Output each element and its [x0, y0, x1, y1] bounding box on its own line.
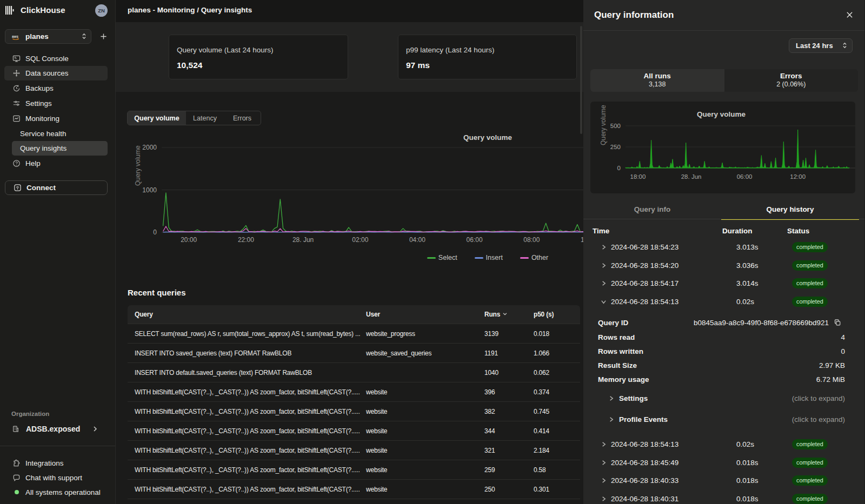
sidebar-item-system-status[interactable]: All systems operational: [0, 485, 115, 500]
tab-query-info[interactable]: Query info: [583, 203, 721, 219]
query-id-value: b0845aa9-a8c9-49f0-8f68-e678669bd921: [694, 319, 829, 327]
segment-errors[interactable]: Errors 2 (0.06%): [724, 69, 859, 92]
sidebar-item-settings[interactable]: Settings: [0, 96, 115, 111]
row-expand-chevron-icon[interactable]: [601, 299, 611, 305]
recent-query-row[interactable]: SELECT sum(read_rows) AS r, sum(total_ro…: [128, 324, 580, 344]
expanded-run-detail: Query ID b0845aa9-a8c9-49f0-8f68-e678669…: [583, 311, 864, 428]
cell-p50: 0.58: [534, 466, 580, 474]
add-service-button[interactable]: [100, 33, 107, 40]
history-row[interactable]: 2024-06-28 18:45:49 0.018s completed: [583, 454, 864, 472]
cell-time: 2024-06-28 18:54:13: [611, 440, 736, 448]
service-selector[interactable]: aws planes: [5, 29, 91, 44]
cell-runs: 344: [484, 427, 534, 435]
recent-query-row[interactable]: WITH bitShiftLeft(CAST(?..), _CAST(?..))…: [128, 402, 580, 421]
detail-expandable-row[interactable]: Profile Events (click to expand): [583, 411, 864, 428]
sidebar-item-help[interactable]: Help: [0, 156, 115, 171]
tab-query-volume[interactable]: Query volume: [128, 111, 186, 125]
close-icon[interactable]: [846, 11, 853, 18]
segment-all-runs[interactable]: All runs 3,138: [590, 69, 724, 92]
sidebar-item-service-health[interactable]: Service health: [0, 126, 115, 141]
tab-errors[interactable]: Errors: [224, 111, 261, 125]
recent-query-row[interactable]: INSERT INTO saved_queries (text) FORMAT …: [128, 344, 580, 363]
sidebar-item-label: Monitoring: [25, 115, 59, 123]
svg-text:04:00: 04:00: [409, 236, 425, 244]
time-range-select[interactable]: Last 24 hrs: [789, 38, 853, 53]
connect-label: Connect: [26, 184, 56, 192]
history-row[interactable]: 2024-06-28 18:54:20 3.036s completed: [583, 257, 864, 275]
recent-query-row[interactable]: WITH bitShiftLeft(CAST(?..), _CAST(?..))…: [128, 421, 580, 441]
cell-runs: 321: [484, 447, 534, 454]
row-expand-chevron-icon[interactable]: [601, 496, 611, 502]
main-scrollbar-thumb[interactable]: [580, 26, 582, 134]
history-row[interactable]: 2024-06-28 18:40:33 0.018s completed: [583, 472, 864, 490]
sidebar-item-label: Backups: [25, 84, 54, 92]
row-expand-chevron-icon[interactable]: [601, 478, 611, 483]
copy-icon[interactable]: [834, 319, 841, 326]
detail-expandable-row[interactable]: Settings (click to expand): [583, 389, 864, 407]
sidebar-item-data-sources[interactable]: Data sources: [4, 66, 108, 80]
recent-query-row[interactable]: WITH bitShiftLeft(CAST(?..), _CAST(?..))…: [128, 460, 580, 480]
cell-p50: 0.018: [534, 330, 580, 338]
organization-item[interactable]: ADSB.exposed: [0, 421, 115, 436]
stat-value: 10,524: [177, 61, 348, 70]
svg-text:28. Jun: 28. Jun: [681, 173, 702, 180]
svg-text:2000: 2000: [142, 144, 157, 151]
status-badge: completed: [792, 458, 828, 468]
column-header-runs[interactable]: Runs: [484, 311, 534, 318]
sidebar-item-sql-console[interactable]: SQL Console: [0, 51, 115, 66]
svg-text:28. Jun: 28. Jun: [292, 236, 314, 244]
column-header-user[interactable]: User: [366, 311, 484, 318]
status-badge: completed: [792, 439, 828, 449]
legend-item-insert[interactable]: Insert: [475, 254, 503, 261]
recent-query-row[interactable]: WITH bitShiftLeft(CAST(?..), _CAST(?..))…: [128, 480, 580, 499]
cell-p50: 1.066: [534, 350, 580, 357]
cell-user: website: [366, 447, 484, 454]
cell-duration: 0.02s: [736, 440, 792, 448]
panel-query-volume-chart: 025050018:0028. Jun06:0012:00: [590, 102, 855, 193]
cell-duration: 0.018s: [736, 459, 792, 467]
cell-runs: 250: [484, 486, 534, 493]
sidebar-item-monitoring[interactable]: Monitoring: [0, 111, 115, 126]
column-header-query[interactable]: Query: [128, 311, 366, 318]
tab-query-history[interactable]: Query history: [721, 203, 859, 219]
row-expand-chevron-icon[interactable]: [601, 441, 611, 447]
sidebar-item-chat-with-support[interactable]: Chat with support: [0, 471, 115, 485]
svg-text:06:00: 06:00: [467, 236, 483, 244]
history-row[interactable]: 2024-06-28 18:54:13 0.02s completed: [583, 435, 864, 454]
cell-user: website_progress: [366, 330, 484, 338]
sidebar-item-query-insights[interactable]: Query insights: [12, 141, 108, 156]
cell-time: 2024-06-28 18:54:17: [611, 279, 736, 287]
svg-text:0: 0: [153, 229, 157, 236]
detail-label: Result Size: [598, 361, 637, 369]
chevron-updown-icon: [82, 32, 86, 42]
data-sources-icon: [12, 69, 21, 77]
row-expand-chevron-icon[interactable]: [601, 280, 611, 286]
sidebar-item-label: Service health: [20, 130, 66, 138]
detail-label: Rows read: [598, 333, 635, 341]
legend-item-select[interactable]: Select: [427, 254, 457, 261]
column-header-p50[interactable]: p50 (s): [534, 311, 580, 318]
sidebar-item-integrations[interactable]: Integrations: [0, 456, 115, 471]
recent-query-row[interactable]: WITH bitShiftLeft(CAST(?..), _CAST(?..))…: [128, 441, 580, 460]
recent-query-row[interactable]: INSERT INTO default.saved_queries (text)…: [128, 363, 580, 382]
query-history: Time Duration Status 2024-06-28 18:54:23…: [583, 224, 864, 504]
history-row[interactable]: 2024-06-28 18:40:31 0.018s completed: [583, 490, 864, 504]
detail-row: Result Size 2.97 KB: [583, 358, 864, 372]
tab-latency[interactable]: Latency: [186, 111, 224, 125]
cell-time: 2024-06-28 18:40:31: [611, 495, 736, 503]
history-row[interactable]: 2024-06-28 18:54:13 0.02s completed: [583, 293, 864, 311]
row-expand-chevron-icon[interactable]: [601, 244, 611, 250]
history-row[interactable]: 2024-06-28 18:54:23 3.013s completed: [583, 238, 864, 257]
avatar[interactable]: ZN: [95, 4, 108, 17]
cell-user: website: [366, 466, 484, 474]
history-row[interactable]: 2024-06-28 18:54:17 3.014s completed: [583, 274, 864, 293]
connect-button[interactable]: Connect: [5, 180, 108, 195]
sidebar-item-backups[interactable]: Backups: [0, 80, 115, 96]
recent-query-row[interactable]: WITH bitShiftLeft(CAST(?..), _CAST(?..))…: [128, 382, 580, 402]
cell-runs: 1040: [484, 369, 534, 377]
legend-item-other[interactable]: Other: [520, 254, 548, 261]
column-header-time: Time: [583, 227, 722, 235]
row-expand-chevron-icon[interactable]: [601, 460, 611, 466]
row-expand-chevron-icon[interactable]: [601, 263, 611, 268]
detail-value: 6.72 MiB: [816, 375, 845, 384]
